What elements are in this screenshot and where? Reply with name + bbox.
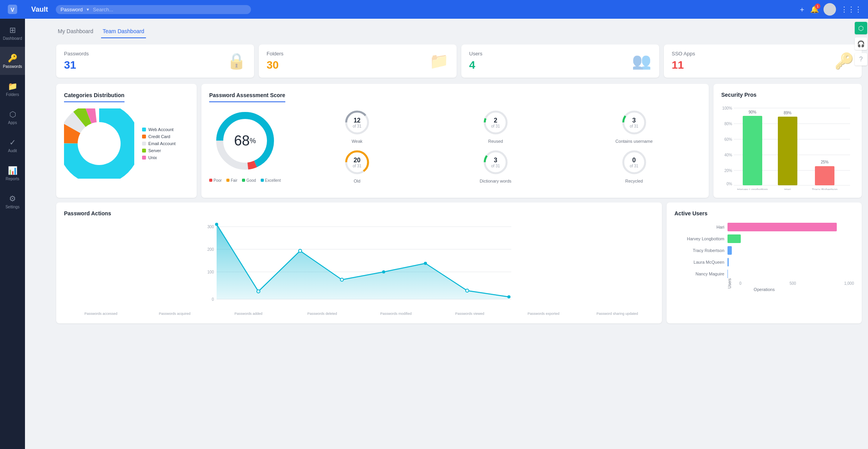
tab-team-dashboard[interactable]: Team Dashboard	[101, 25, 146, 38]
sidebar-label-audit: Audit	[8, 149, 17, 153]
float-icon-3[interactable]: ?	[855, 53, 867, 66]
stat-cards-row: Passwords 31 🔒 Folders 30 📁 Users 4 👥 SS…	[56, 44, 862, 78]
apps-icon: ⬡	[9, 110, 16, 119]
passwords-icon: 🔑	[8, 53, 18, 63]
password-actions-chart: 300 200 100 0	[64, 223, 654, 309]
assessment-content: 68% PoorFairGoodExcellent 12 of 31 Weak	[209, 108, 701, 183]
charts-row-1: Categories Distribution	[56, 84, 862, 198]
y-axis-label: Users	[727, 278, 732, 288]
metric-label-recycled: Recycled	[625, 179, 643, 183]
actions-label: Passwords viewed	[433, 312, 507, 316]
active-users-card: Active Users Hari Harvey Longbottom Trac…	[667, 202, 862, 323]
categories-pie-chart	[64, 108, 134, 179]
sidebar-item-folders[interactable]: 📁Folders	[0, 75, 25, 103]
password-actions-labels: Passwords accessedPasswords acquiredPass…	[64, 312, 654, 316]
metric-label-contains-username: Contains username	[615, 139, 653, 144]
hbar-bar	[727, 234, 741, 243]
assess-legend-fair: Fair	[226, 178, 237, 183]
metric-num-dictionary: 3	[491, 157, 500, 164]
assessment-legend: PoorFairGoodExcellent	[209, 178, 281, 183]
circle-wrap-reused: 2 of 31	[482, 108, 510, 137]
hbar-label: Harvey Longbottom	[678, 236, 724, 241]
svg-point-53	[215, 223, 218, 226]
stat-value-passwords: 31	[64, 59, 89, 71]
sidebar: V ⊞Dashboard🔑Passwords📁Folders⬡Apps✓Audi…	[0, 0, 25, 449]
legend-item-server: Server	[142, 148, 176, 153]
audit-icon: ✓	[9, 138, 16, 147]
metric-num-weak: 12	[353, 117, 361, 124]
sidebar-item-reports[interactable]: 📊Reports	[0, 159, 25, 187]
metric-of-weak: of 31	[353, 124, 361, 128]
actions-label: Passwords deleted	[285, 312, 359, 316]
search-input[interactable]	[93, 7, 246, 12]
circle-wrap-contains-username: 3 of 31	[620, 108, 648, 137]
svg-text:Hari: Hari	[784, 188, 791, 190]
legend-item-email-account: Email Account	[142, 141, 176, 146]
legend-dot	[142, 149, 146, 153]
stat-card-passwords: Passwords 31 🔒	[56, 44, 254, 78]
search-bar[interactable]: Password ▼	[56, 5, 251, 14]
actions-label: Passwords acquired	[138, 312, 212, 316]
svg-text:Tracy Robertson: Tracy Robertson	[812, 188, 838, 190]
metric-old: 20 of 31 Old	[290, 148, 424, 183]
stat-icon-passwords: 🔒	[227, 52, 246, 70]
hbar-bar	[727, 258, 729, 266]
grid-menu-button[interactable]: ⋮⋮⋮	[841, 5, 862, 14]
circle-wrap-old: 20 of 31	[343, 148, 371, 176]
svg-text:80%: 80%	[724, 122, 732, 126]
legend-dot	[142, 142, 146, 146]
svg-text:20%: 20%	[724, 169, 732, 173]
svg-text:89%: 89%	[784, 111, 792, 115]
svg-point-57	[382, 270, 385, 273]
sidebar-label-passwords: Passwords	[3, 64, 22, 69]
sidebar-item-dashboard[interactable]: ⊞Dashboard	[0, 19, 25, 47]
svg-point-55	[299, 249, 302, 252]
svg-point-59	[466, 289, 469, 292]
x-axis-title: Operations	[674, 287, 854, 292]
hbar-bar	[727, 223, 837, 231]
search-filter-label: Password	[60, 7, 83, 12]
tab-my-dashboard[interactable]: My Dashboard	[56, 25, 95, 38]
hbar-label: Tracy Robertson	[678, 248, 724, 253]
assess-legend-good: Good	[242, 178, 256, 183]
hbar-row-laura-mcqueen: Laura McQueen	[678, 258, 851, 266]
active-users-chart: Hari Harvey Longbottom Tracy Robertson L…	[674, 223, 854, 278]
password-actions-title: Password Actions	[64, 210, 654, 217]
sidebar-label-folders: Folders	[6, 92, 19, 97]
avatar[interactable]	[824, 3, 836, 16]
security-pros-chart: 100% 80% 60% 40% 20% 0% 90%	[721, 104, 854, 190]
assess-legend-excellent: Excellent	[261, 178, 281, 183]
hbar-row-nancy-maguire: Nancy Maguire	[678, 270, 851, 278]
sidebar-item-settings[interactable]: ⚙Settings	[0, 187, 25, 215]
stat-card-sso-apps: SSO Apps 11 🔑	[664, 44, 862, 78]
metric-weak: 12 of 31 Weak	[290, 108, 424, 144]
metric-contains-username: 3 of 31 Contains username	[567, 108, 701, 144]
metric-label-reused: Reused	[488, 139, 503, 144]
main-content: My Dashboard Team Dashboard Passwords 31…	[50, 19, 868, 449]
metric-recycled: 0 of 31 Recycled	[567, 148, 701, 183]
sidebar-item-audit[interactable]: ✓Audit	[0, 131, 25, 159]
svg-rect-37	[778, 117, 797, 185]
categories-legend: Web AccountCredit CardEmail AccountServe…	[142, 127, 176, 160]
topbar: Vault Password ▼ ＋ 🔔 1 ⋮⋮⋮	[25, 0, 868, 19]
circle-wrap-recycled: 0 of 31	[620, 148, 648, 176]
notifications-button[interactable]: 🔔 1	[810, 5, 819, 14]
sidebar-item-passwords[interactable]: 🔑Passwords	[0, 47, 25, 75]
svg-text:25%: 25%	[821, 160, 829, 164]
dropdown-icon[interactable]: ▼	[86, 7, 90, 12]
float-icon-1[interactable]: ⬡	[855, 22, 867, 34]
charts-row-2: Password Actions 300 200 100 0	[56, 202, 862, 323]
add-button[interactable]: ＋	[799, 5, 806, 14]
float-icon-2[interactable]: 🎧	[855, 37, 867, 50]
right-float-panel: ⬡ 🎧 ?	[854, 19, 868, 449]
stat-icon-folders: 📁	[429, 52, 449, 70]
legend-item-unix: Unix	[142, 155, 176, 160]
svg-text:60%: 60%	[724, 137, 732, 142]
sidebar-item-apps[interactable]: ⬡Apps	[0, 103, 25, 131]
sidebar-label-settings: Settings	[5, 205, 20, 209]
legend-dot	[142, 128, 146, 131]
assess-legend-poor: Poor	[209, 178, 222, 183]
actions-label: Passwords added	[212, 312, 285, 316]
stat-value-users: 4	[469, 59, 482, 71]
svg-text:40%: 40%	[724, 153, 732, 157]
